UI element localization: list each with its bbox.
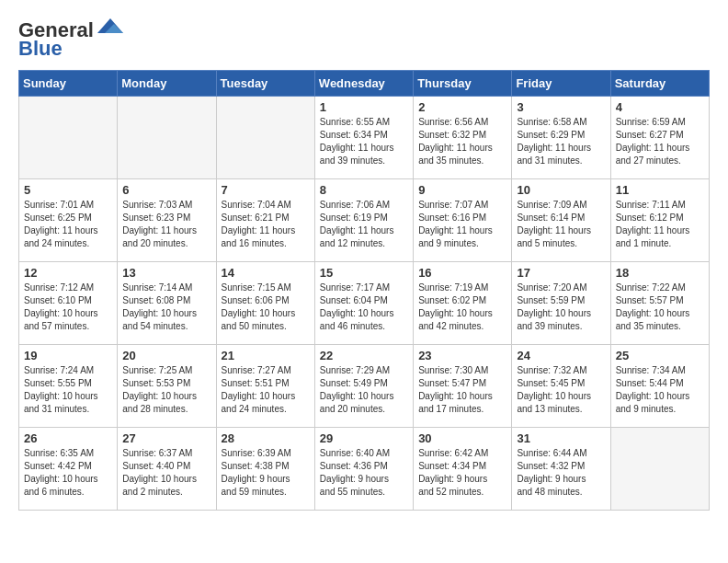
day-number: 3: [517, 100, 605, 114]
calendar-cell: 31Sunrise: 6:44 AMSunset: 4:32 PMDayligh…: [512, 428, 610, 511]
calendar-cell: 17Sunrise: 7:20 AMSunset: 5:59 PMDayligh…: [512, 262, 610, 345]
day-number: 8: [320, 183, 408, 197]
calendar-cell: 29Sunrise: 6:40 AMSunset: 4:36 PMDayligh…: [314, 428, 413, 511]
cell-sun-info: Sunrise: 6:39 AMSunset: 4:38 PMDaylight:…: [222, 447, 310, 499]
cell-sun-info: Sunrise: 7:03 AMSunset: 6:23 PMDaylight:…: [122, 199, 210, 250]
calendar-cell: 1Sunrise: 6:55 AMSunset: 6:34 PMDaylight…: [314, 97, 413, 179]
day-number: 27: [122, 431, 210, 445]
day-number: 21: [222, 349, 310, 362]
cell-sun-info: Sunrise: 7:14 AMSunset: 6:08 PMDaylight:…: [122, 282, 210, 333]
calendar-cell: 11Sunrise: 7:11 AMSunset: 6:12 PMDayligh…: [610, 179, 709, 262]
day-number: 12: [24, 266, 112, 280]
cell-sun-info: Sunrise: 7:15 AMSunset: 6:06 PMDaylight:…: [222, 282, 310, 333]
day-number: 7: [222, 183, 310, 197]
cell-sun-info: Sunrise: 6:56 AMSunset: 6:32 PMDaylight:…: [418, 116, 506, 167]
day-number: 5: [24, 183, 112, 197]
calendar-cell: 27Sunrise: 6:37 AMSunset: 4:40 PMDayligh…: [118, 428, 216, 511]
cell-sun-info: Sunrise: 7:34 AMSunset: 5:44 PMDaylight:…: [616, 364, 704, 416]
calendar-table: SundayMondayTuesdayWednesdayThursdayFrid…: [18, 70, 710, 511]
calendar-header-thursday: Thursday: [414, 71, 512, 97]
calendar-week-4: 26Sunrise: 6:35 AMSunset: 4:42 PMDayligh…: [19, 428, 710, 511]
day-number: 31: [517, 431, 605, 445]
calendar-cell: 30Sunrise: 6:42 AMSunset: 4:34 PMDayligh…: [414, 428, 512, 511]
day-number: 13: [122, 266, 210, 280]
calendar-cell: 15Sunrise: 7:17 AMSunset: 6:04 PMDayligh…: [314, 262, 413, 345]
day-number: 26: [24, 431, 112, 445]
calendar-cell: 10Sunrise: 7:09 AMSunset: 6:14 PMDayligh…: [512, 179, 610, 262]
cell-sun-info: Sunrise: 7:11 AMSunset: 6:12 PMDaylight:…: [616, 199, 704, 250]
calendar-header-tuesday: Tuesday: [216, 71, 314, 97]
day-number: 11: [616, 183, 704, 197]
calendar-cell: 14Sunrise: 7:15 AMSunset: 6:06 PMDayligh…: [216, 262, 314, 345]
calendar-week-1: 5Sunrise: 7:01 AMSunset: 6:25 PMDaylight…: [19, 179, 710, 262]
day-number: 15: [320, 266, 408, 280]
cell-sun-info: Sunrise: 7:24 AMSunset: 5:55 PMDaylight:…: [24, 364, 112, 416]
calendar-cell: [216, 97, 314, 179]
calendar-cell: 24Sunrise: 7:32 AMSunset: 5:45 PMDayligh…: [512, 345, 610, 428]
calendar-cell: 9Sunrise: 7:07 AMSunset: 6:16 PMDaylight…: [414, 179, 512, 262]
calendar-cell: 3Sunrise: 6:58 AMSunset: 6:29 PMDaylight…: [512, 97, 610, 179]
cell-sun-info: Sunrise: 6:55 AMSunset: 6:34 PMDaylight:…: [320, 116, 408, 167]
calendar-cell: 16Sunrise: 7:19 AMSunset: 6:02 PMDayligh…: [414, 262, 512, 345]
calendar-cell: 21Sunrise: 7:27 AMSunset: 5:51 PMDayligh…: [216, 345, 314, 428]
calendar-cell: 23Sunrise: 7:30 AMSunset: 5:47 PMDayligh…: [414, 345, 512, 428]
day-number: 28: [222, 431, 310, 445]
day-number: 16: [418, 266, 506, 280]
day-number: 25: [616, 349, 704, 362]
calendar-cell: [19, 97, 118, 179]
day-number: 6: [122, 183, 210, 197]
calendar-cell: 12Sunrise: 7:12 AMSunset: 6:10 PMDayligh…: [19, 262, 118, 345]
cell-sun-info: Sunrise: 7:32 AMSunset: 5:45 PMDaylight:…: [517, 364, 605, 416]
calendar-cell: 25Sunrise: 7:34 AMSunset: 5:44 PMDayligh…: [610, 345, 709, 428]
cell-sun-info: Sunrise: 6:35 AMSunset: 4:42 PMDaylight:…: [24, 447, 112, 499]
calendar-cell: [118, 97, 216, 179]
calendar-header-row: SundayMondayTuesdayWednesdayThursdayFrid…: [19, 71, 710, 97]
cell-sun-info: Sunrise: 7:04 AMSunset: 6:21 PMDaylight:…: [222, 199, 310, 250]
calendar-header-saturday: Saturday: [610, 71, 709, 97]
day-number: 18: [616, 266, 704, 280]
calendar-cell: 7Sunrise: 7:04 AMSunset: 6:21 PMDaylight…: [216, 179, 314, 262]
cell-sun-info: Sunrise: 7:06 AMSunset: 6:19 PMDaylight:…: [320, 199, 408, 250]
day-number: 10: [517, 183, 605, 197]
calendar-cell: 20Sunrise: 7:25 AMSunset: 5:53 PMDayligh…: [118, 345, 216, 428]
calendar-cell: 4Sunrise: 6:59 AMSunset: 6:27 PMDaylight…: [610, 97, 709, 179]
cell-sun-info: Sunrise: 6:59 AMSunset: 6:27 PMDaylight:…: [616, 116, 704, 167]
calendar-header-sunday: Sunday: [19, 71, 118, 97]
calendar-cell: 18Sunrise: 7:22 AMSunset: 5:57 PMDayligh…: [610, 262, 709, 345]
day-number: 20: [122, 349, 210, 362]
day-number: 19: [24, 349, 112, 362]
cell-sun-info: Sunrise: 7:09 AMSunset: 6:14 PMDaylight:…: [517, 199, 605, 250]
day-number: 24: [517, 349, 605, 362]
calendar-cell: 22Sunrise: 7:29 AMSunset: 5:49 PMDayligh…: [314, 345, 413, 428]
logo-blue: Blue: [18, 37, 63, 61]
cell-sun-info: Sunrise: 7:27 AMSunset: 5:51 PMDaylight:…: [222, 364, 310, 416]
cell-sun-info: Sunrise: 7:17 AMSunset: 6:04 PMDaylight:…: [320, 282, 408, 333]
day-number: 14: [222, 266, 310, 280]
cell-sun-info: Sunrise: 7:22 AMSunset: 5:57 PMDaylight:…: [616, 282, 704, 333]
day-number: 1: [320, 100, 408, 114]
cell-sun-info: Sunrise: 6:40 AMSunset: 4:36 PMDaylight:…: [320, 447, 408, 499]
cell-sun-info: Sunrise: 7:29 AMSunset: 5:49 PMDaylight:…: [320, 364, 408, 416]
day-number: 29: [320, 431, 408, 445]
cell-sun-info: Sunrise: 7:19 AMSunset: 6:02 PMDaylight:…: [418, 282, 506, 333]
calendar-cell: 6Sunrise: 7:03 AMSunset: 6:23 PMDaylight…: [118, 179, 216, 262]
logo-icon: [96, 17, 125, 37]
calendar-header-friday: Friday: [512, 71, 610, 97]
cell-sun-info: Sunrise: 7:20 AMSunset: 5:59 PMDaylight:…: [517, 282, 605, 333]
calendar-week-2: 12Sunrise: 7:12 AMSunset: 6:10 PMDayligh…: [19, 262, 710, 345]
calendar-header-wednesday: Wednesday: [314, 71, 413, 97]
page-header: General Blue: [18, 18, 710, 61]
calendar-cell: 28Sunrise: 6:39 AMSunset: 4:38 PMDayligh…: [216, 428, 314, 511]
calendar-cell: 8Sunrise: 7:06 AMSunset: 6:19 PMDaylight…: [314, 179, 413, 262]
day-number: 23: [418, 349, 506, 362]
cell-sun-info: Sunrise: 6:42 AMSunset: 4:34 PMDaylight:…: [418, 447, 506, 499]
calendar-cell: 26Sunrise: 6:35 AMSunset: 4:42 PMDayligh…: [19, 428, 118, 511]
cell-sun-info: Sunrise: 7:01 AMSunset: 6:25 PMDaylight:…: [24, 199, 112, 250]
calendar-week-3: 19Sunrise: 7:24 AMSunset: 5:55 PMDayligh…: [19, 345, 710, 428]
calendar-cell: [610, 428, 709, 511]
cell-sun-info: Sunrise: 7:25 AMSunset: 5:53 PMDaylight:…: [122, 364, 210, 416]
calendar-header-monday: Monday: [118, 71, 216, 97]
calendar-cell: 5Sunrise: 7:01 AMSunset: 6:25 PMDaylight…: [19, 179, 118, 262]
calendar-cell: 2Sunrise: 6:56 AMSunset: 6:32 PMDaylight…: [414, 97, 512, 179]
cell-sun-info: Sunrise: 6:37 AMSunset: 4:40 PMDaylight:…: [122, 447, 210, 499]
